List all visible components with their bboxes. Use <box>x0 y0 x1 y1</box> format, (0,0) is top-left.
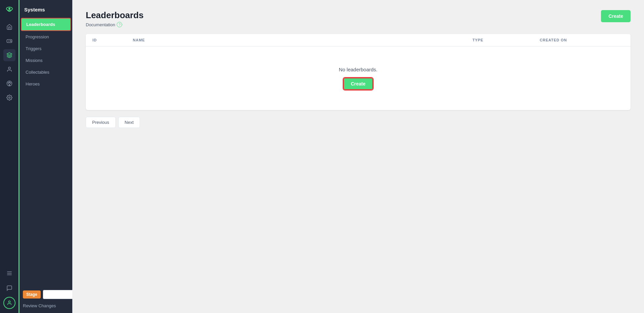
create-inline-button[interactable]: Create <box>343 78 373 90</box>
stage-row: Stage <box>23 290 69 299</box>
pagination: Previous Next <box>86 117 631 128</box>
col-id: ID <box>92 38 133 42</box>
settings-nav-icon[interactable] <box>3 92 15 104</box>
table-container: ID NAME TYPE CREATED ON No leaderboards.… <box>86 34 631 110</box>
create-top-button[interactable]: Create <box>601 10 631 22</box>
list-bottom-icon[interactable] <box>3 267 15 279</box>
table-body: No leaderboards. Create <box>86 46 631 110</box>
documentation-link[interactable]: Documentation ? <box>86 22 144 27</box>
home-nav-icon[interactable] <box>3 21 15 33</box>
palette-nav-icon[interactable] <box>3 77 15 90</box>
icon-sidebar <box>0 0 18 313</box>
stage-badge[interactable]: Stage <box>23 290 41 299</box>
table-header: ID NAME TYPE CREATED ON <box>86 34 631 46</box>
account-bottom-icon[interactable] <box>3 297 15 309</box>
col-name: NAME <box>133 38 472 42</box>
sidebar-item-missions[interactable]: Missions <box>21 55 71 66</box>
nav-sidebar-bottom: Stage Review Changes <box>20 286 72 313</box>
svg-point-14 <box>8 97 10 99</box>
sidebar-item-leaderboards[interactable]: Leaderboards <box>21 18 71 31</box>
next-button[interactable]: Next <box>118 117 140 128</box>
sidebar-item-heroes[interactable]: Heroes <box>21 78 71 90</box>
svg-point-2 <box>8 8 10 10</box>
app-logo[interactable] <box>3 3 15 15</box>
svg-point-13 <box>10 82 10 83</box>
svg-point-9 <box>8 67 10 69</box>
col-created-on: CREATED ON <box>540 38 624 42</box>
documentation-icon: ? <box>117 22 122 27</box>
page-header: Leaderboards Documentation ? Create <box>86 10 631 27</box>
page-title: Leaderboards <box>86 10 144 21</box>
empty-message: No leaderboards. <box>339 67 377 72</box>
sidebar-item-collectables[interactable]: Collectables <box>21 66 71 78</box>
svg-point-12 <box>9 82 9 82</box>
main-content: Leaderboards Documentation ? Create ID N… <box>72 0 644 313</box>
review-changes-button[interactable]: Review Changes <box>23 303 69 309</box>
page-header-left: Leaderboards Documentation ? <box>86 10 144 27</box>
col-type: TYPE <box>472 38 540 42</box>
previous-button[interactable]: Previous <box>86 117 116 128</box>
sidebar-item-triggers[interactable]: Triggers <box>21 43 71 55</box>
nav-sidebar: Systems Leaderboards Progression Trigger… <box>18 0 72 313</box>
gamepad-nav-icon[interactable] <box>3 35 15 47</box>
svg-point-11 <box>8 82 8 83</box>
sidebar-item-progression[interactable]: Progression <box>21 31 71 43</box>
documentation-label: Documentation <box>86 22 115 27</box>
icon-sidebar-bottom <box>3 267 15 313</box>
chat-bottom-icon[interactable] <box>3 282 15 294</box>
layers-nav-icon[interactable] <box>3 49 15 61</box>
users-nav-icon[interactable] <box>3 63 15 75</box>
svg-point-18 <box>8 301 10 303</box>
svg-marker-8 <box>7 53 12 56</box>
nav-sidebar-title: Systems <box>20 3 72 18</box>
svg-point-7 <box>10 41 11 42</box>
